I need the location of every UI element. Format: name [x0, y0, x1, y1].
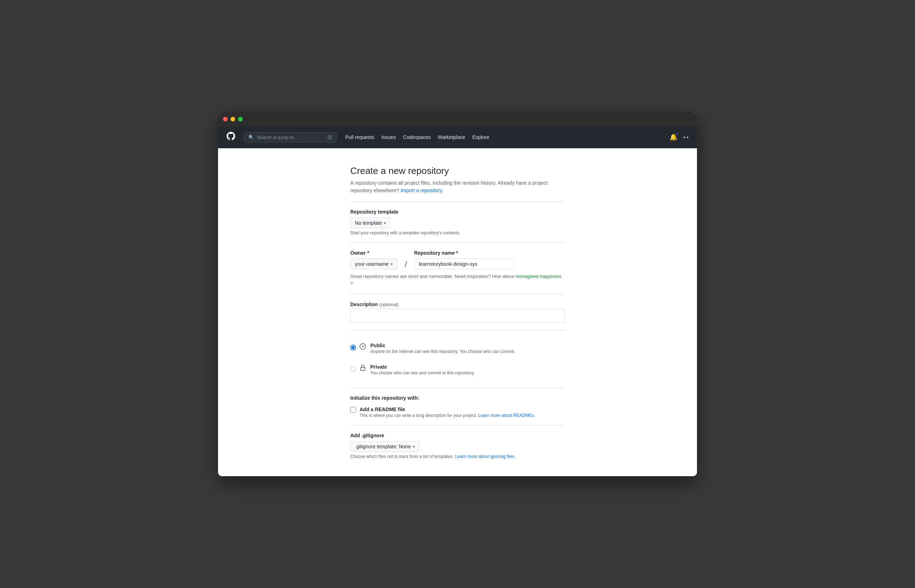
search-icon: 🔍 [248, 135, 254, 140]
template-value: No template [355, 220, 382, 226]
suggestion-text: Great repository names are short and mem… [350, 273, 565, 287]
description-input[interactable] [350, 309, 565, 323]
template-label: Repository template [350, 209, 565, 215]
search-placeholder: Search or jump to... [257, 135, 297, 140]
private-desc: You choose who can see and commit to thi… [370, 370, 475, 375]
public-option[interactable]: Public Anyone on the internet can see th… [350, 338, 565, 359]
title-bar [218, 112, 697, 126]
import-repo-link[interactable]: Import a repository. [401, 187, 444, 193]
new-menu-button[interactable]: + ▾ [683, 134, 688, 140]
private-radio[interactable] [350, 366, 356, 372]
maximize-button[interactable] [238, 117, 243, 121]
divider-5 [350, 388, 565, 388]
gitignore-section: Add .gitignore .gitignore template: None… [350, 433, 565, 459]
navbar: 🔍 Search or jump to... / Pull requests I… [218, 126, 697, 148]
slash-divider: / [405, 259, 407, 269]
nav-links: Pull requests Issues Codespaces Marketpl… [345, 134, 489, 140]
description-label: Description (optional) [350, 302, 565, 307]
gitignore-help: Choose which files not to track from a l… [350, 454, 565, 459]
plus-icon: + [683, 134, 686, 140]
page-description: A repository contains all project files,… [350, 179, 565, 194]
plus-chevron: ▾ [687, 136, 688, 139]
template-dropdown[interactable]: No template ▾ [350, 218, 391, 228]
private-option[interactable]: Private You choose who can see and commi… [350, 359, 565, 380]
gitignore-chevron-icon: ▾ [413, 444, 415, 449]
public-title: Public [370, 342, 515, 348]
search-bar[interactable]: 🔍 Search or jump to... / [244, 132, 337, 142]
readme-checkbox[interactable] [350, 407, 356, 413]
gitignore-dropdown[interactable]: .gitignore template: None ▾ [350, 441, 419, 452]
readme-row: Add a README file This is where you can … [350, 407, 565, 418]
owner-field: Owner * your-username ▾ [350, 250, 397, 269]
nav-pull-requests[interactable]: Pull requests [345, 134, 374, 140]
template-help: Start your repository with a template re… [350, 230, 565, 236]
private-icon [360, 365, 366, 373]
optional-label: (optional) [379, 302, 398, 307]
repo-name-label: Repository name * [414, 250, 514, 256]
owner-value: your-username [355, 261, 389, 267]
visibility-section: Public Anyone on the internet can see th… [350, 338, 565, 380]
private-title: Private [370, 364, 475, 370]
gitignore-value: .gitignore template: None [355, 444, 411, 449]
template-chevron-icon: ▾ [384, 221, 386, 225]
close-button[interactable] [223, 117, 228, 121]
divider-1 [350, 202, 565, 202]
description-section: Description (optional) [350, 302, 565, 323]
repo-name-input[interactable] [414, 258, 514, 269]
nav-explore[interactable]: Explore [473, 134, 489, 140]
initialize-section: Initialize this repository with: Add a R… [350, 395, 565, 418]
owner-dropdown[interactable]: your-username ▾ [350, 258, 397, 269]
divider-3 [350, 294, 565, 294]
owner-repo-section: Owner * your-username ▾ / Repository nam… [350, 250, 565, 287]
suggestion-link[interactable]: reimagined-happiness [515, 274, 561, 279]
initialize-title: Initialize this repository with: [350, 395, 565, 401]
readme-learn-link[interactable]: Learn more about READMEs. [478, 413, 535, 418]
minimize-button[interactable] [230, 117, 235, 121]
public-radio[interactable] [350, 345, 356, 351]
readme-title: Add a README file [360, 407, 535, 412]
repo-name-field: Repository name * [414, 250, 514, 269]
nav-marketplace[interactable]: Marketplace [438, 134, 465, 140]
github-logo[interactable] [227, 132, 235, 142]
owner-label: Owner * [350, 250, 397, 256]
nav-actions: 🔔 + ▾ [669, 133, 688, 141]
public-icon [360, 343, 366, 352]
public-desc: Anyone on the internet can see this repo… [370, 349, 515, 354]
divider-4 [350, 330, 565, 330]
readme-desc: This is where you can write a long descr… [360, 413, 535, 418]
browser-window: 🔍 Search or jump to... / Pull requests I… [218, 112, 697, 476]
divider-2 [350, 242, 565, 243]
owner-chevron-icon: ▾ [391, 262, 393, 267]
divider-6 [350, 425, 565, 425]
notifications-button[interactable]: 🔔 [669, 133, 677, 141]
template-section: Repository template No template ▾ Start … [350, 209, 565, 236]
notification-dot [675, 132, 678, 136]
page-title: Create a new repository [350, 165, 565, 176]
main-content: Create a new repository A repository con… [218, 148, 697, 476]
nav-codespaces[interactable]: Codespaces [403, 134, 431, 140]
search-kbd: / [327, 135, 332, 140]
nav-issues[interactable]: Issues [381, 134, 396, 140]
form-container: Create a new repository A repository con… [336, 165, 579, 459]
gitignore-learn-link[interactable]: Learn more about ignoring files. [455, 454, 515, 459]
gitignore-label: Add .gitignore [350, 433, 565, 438]
